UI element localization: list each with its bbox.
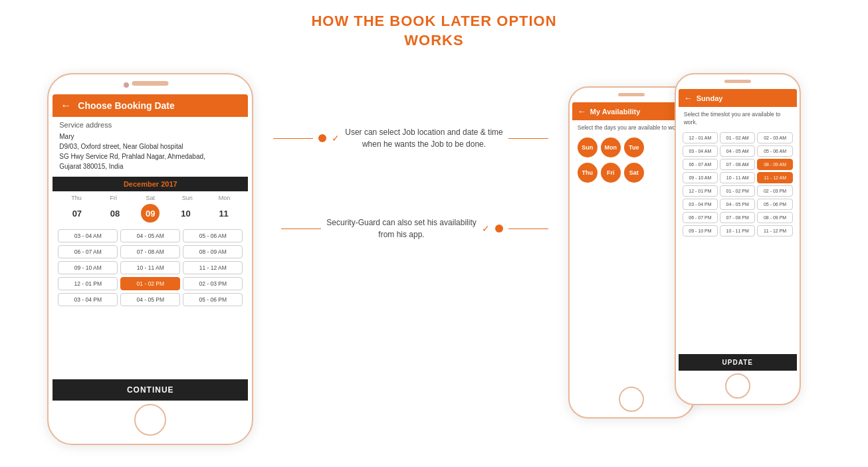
p3-slot-03-04am[interactable]: 03 - 04 AM	[683, 145, 718, 157]
slot-06-07am[interactable]: 06 - 07 AM	[58, 245, 118, 258]
p3-slot-09-10am[interactable]: 09 - 10 AM	[683, 172, 718, 183]
day-fri: Fri	[102, 195, 126, 201]
day-sun: Sun	[175, 195, 199, 201]
day-sat[interactable]: Sat	[624, 163, 644, 183]
p3-slot-09-10pm[interactable]: 09 - 10 PM	[683, 225, 718, 236]
p3-slot-04-05pm[interactable]: 04 - 05 PM	[720, 199, 755, 210]
date-09-selected[interactable]: 09	[141, 204, 160, 223]
annotation-dot-1	[318, 134, 326, 142]
date-08[interactable]: 08	[103, 204, 127, 223]
phones-right-group: ← My Availability Select the days you ar…	[568, 73, 821, 419]
slot-03-04pm[interactable]: 03 - 04 PM	[58, 293, 118, 306]
p3-slot-01-02am[interactable]: 01 - 02 AM	[720, 132, 755, 143]
p3-slot-08-09pm[interactable]: 08 - 09 PM	[757, 212, 792, 223]
phone3-time-slots: 12 - 01 AM 01 - 02 AM 02 - 03 AM 03 - 04…	[679, 130, 797, 239]
date-10[interactable]: 10	[173, 204, 197, 223]
day-sat: Sat	[138, 195, 162, 201]
p3-slot-10-11am[interactable]: 10 - 11 AM	[720, 172, 755, 183]
day-mon[interactable]: Mon	[601, 138, 621, 157]
connector-line-1b	[508, 138, 548, 139]
day-thu: Thu	[64, 195, 88, 201]
date-07[interactable]: 07	[65, 204, 89, 223]
p3-slot-08-09am-sel[interactable]: 08 - 09 AM	[757, 159, 792, 170]
slot-09-10am[interactable]: 09 - 10 AM	[58, 261, 118, 274]
annotation-text-1: User can select Job location and date & …	[345, 126, 502, 150]
day-thu[interactable]: Thu	[578, 163, 597, 183]
connector-line-2b	[281, 229, 321, 229]
p3-slot-02-03am[interactable]: 02 - 03 AM	[757, 132, 792, 143]
calendar-dates: 07 08 09 10 11	[53, 203, 248, 227]
p3-slot-07-08am[interactable]: 07 - 08 AM	[720, 159, 755, 170]
day-mon: Mon	[212, 195, 236, 201]
back-arrow-icon: ←	[60, 100, 71, 112]
phone3-subtitle: Select the timeslot you are available to…	[679, 107, 797, 130]
phone-1-screen: ← Choose Booking Date Service address Ma…	[53, 94, 248, 401]
slot-03-04am[interactable]: 03 - 04 AM	[58, 229, 118, 242]
day-tue[interactable]: Tue	[624, 138, 644, 157]
slot-01-02pm-selected[interactable]: 01 - 02 PM	[120, 277, 180, 290]
p3-slot-05-06am[interactable]: 05 - 06 AM	[757, 145, 792, 157]
connector-line-1	[273, 138, 313, 139]
p3-slot-11-12pm[interactable]: 11 - 12 PM	[757, 225, 792, 236]
address-text: Mary D9/03, Oxford street, Near Global h…	[53, 130, 248, 177]
continue-button[interactable]: CONTINUE	[53, 379, 248, 401]
p3-slot-12-01pm[interactable]: 12 - 01 PM	[683, 185, 718, 197]
slot-02-03pm[interactable]: 02 - 03 PM	[183, 277, 243, 290]
day-fri[interactable]: Fri	[601, 163, 621, 183]
p3-slot-01-02pm[interactable]: 01 - 02 PM	[720, 185, 755, 197]
calendar-days-header: Thu Fri Sat Sun Mon	[53, 191, 248, 203]
p3-slot-05-06pm[interactable]: 05 - 06 PM	[757, 199, 792, 210]
slot-11-12am[interactable]: 11 - 12 AM	[183, 261, 243, 274]
phone2-subtitle: Select the days you are available to wor…	[572, 120, 691, 135]
annotation-text-2: Security-Guard can also set his availabi…	[326, 217, 476, 240]
phone2-header: ← My Availability	[572, 102, 691, 120]
check-icon-1: ✓	[332, 133, 340, 143]
days-row-2: Thu Fri Sat	[572, 160, 691, 185]
day-sun[interactable]: Sun	[578, 138, 597, 157]
slot-04-05am[interactable]: 04 - 05 AM	[120, 229, 180, 242]
slot-04-05pm[interactable]: 04 - 05 PM	[120, 293, 180, 306]
annotation-dot-2	[495, 225, 503, 233]
back-arrow-icon-2: ←	[578, 106, 586, 116]
slot-05-06am[interactable]: 05 - 06 AM	[183, 229, 243, 242]
p3-slot-03-04pm[interactable]: 03 - 04 PM	[683, 199, 718, 210]
phone-3-screen: ← Sunday Select the timeslot you are ava…	[679, 89, 797, 371]
phone-2-screen: ← My Availability Select the days you ar…	[572, 102, 691, 384]
phone-3: ← Sunday Select the timeslot you are ava…	[675, 73, 801, 405]
date-11[interactable]: 11	[212, 204, 236, 223]
p3-slot-11-12am-sel[interactable]: 11 - 12 AM	[757, 172, 792, 183]
annotations-center: ✓ User can select Job location and date …	[273, 60, 548, 240]
annotation-1: ✓ User can select Job location and date …	[273, 126, 548, 150]
annotation-2: ✓ Security-Guard can also set his availa…	[273, 217, 548, 240]
slot-10-11am[interactable]: 10 - 11 AM	[120, 261, 180, 274]
days-row-1: Sun Mon Tue	[572, 135, 691, 160]
p3-slot-06-07am[interactable]: 06 - 07 AM	[683, 159, 718, 170]
p3-slot-06-07pm[interactable]: 06 - 07 PM	[683, 212, 718, 223]
connector-line-2	[508, 229, 548, 229]
p3-slot-12-01am[interactable]: 12 - 01 AM	[683, 132, 718, 143]
p3-slot-10-11pm[interactable]: 10 - 11 PM	[720, 225, 755, 236]
phone-1: ← Choose Booking Date Service address Ma…	[47, 73, 253, 445]
slot-12-01pm[interactable]: 12 - 01 PM	[58, 277, 118, 290]
service-address-label: Service address	[53, 117, 248, 130]
slot-05-06pm[interactable]: 05 - 06 PM	[183, 293, 243, 306]
p3-slot-07-08pm[interactable]: 07 - 08 PM	[720, 212, 755, 223]
phone-camera	[124, 82, 129, 88]
phone3-header: ← Sunday	[679, 89, 797, 107]
check-icon-2: ✓	[482, 223, 490, 234]
slot-08-09am[interactable]: 08 - 09 AM	[183, 245, 243, 258]
page-title: HOW THE BOOK LATER OPTION WORKS	[0, 0, 868, 56]
time-slots-grid: 03 - 04 AM 04 - 05 AM 05 - 06 AM 06 - 07…	[53, 227, 248, 309]
update-button[interactable]: UPDATE	[679, 354, 797, 371]
phone1-header: ← Choose Booking Date	[53, 94, 248, 117]
slot-07-08am[interactable]: 07 - 08 AM	[120, 245, 180, 258]
p3-slot-02-03pm[interactable]: 02 - 03 PM	[757, 185, 792, 197]
back-arrow-icon-3: ←	[684, 93, 693, 103]
calendar-month: December 2017	[53, 177, 248, 191]
p3-slot-04-05am[interactable]: 04 - 05 AM	[720, 145, 755, 157]
